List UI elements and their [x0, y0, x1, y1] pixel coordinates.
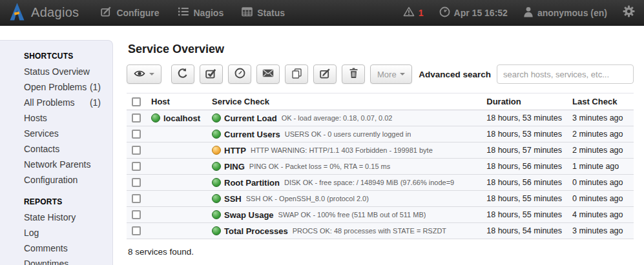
datetime-label: Apr 15 16:52 — [454, 8, 508, 18]
sidebar-item-network-parents[interactable]: Network Parents — [0, 157, 112, 172]
service-name[interactable]: Current Load — [224, 113, 277, 123]
service-detail: DISK OK - free space: / 148949 MiB (97.6… — [284, 179, 454, 186]
main-content: Service Overview — [127, 36, 634, 257]
service-detail: OK - load average: 0.18, 0.07, 0.02 — [282, 114, 393, 122]
service-name[interactable]: Total Processes — [224, 226, 288, 236]
sidebar-item-configuration[interactable]: Configuration — [0, 172, 112, 188]
search-input[interactable] — [497, 64, 634, 84]
row-checkbox[interactable] — [132, 146, 141, 155]
sidebar-item-services[interactable]: Services — [0, 126, 112, 141]
service-name[interactable]: Current Users — [224, 130, 280, 139]
menu-status[interactable]: Status — [242, 6, 285, 19]
service-name[interactable]: Root Partition — [224, 178, 280, 188]
delete-button[interactable] — [342, 64, 365, 84]
last-check-cell: 2 minutes ago — [567, 126, 634, 142]
service-detail: PING OK - Packet loss = 0%, RTA = 0.15 m… — [249, 162, 390, 170]
sidebar-item-log[interactable]: Log — [0, 225, 112, 240]
table-row: localhost Current LoadOK - load average:… — [127, 110, 634, 126]
row-checkbox[interactable] — [132, 178, 141, 187]
service-name[interactable]: PING — [224, 162, 245, 172]
sidebar-item-label: Downtimes — [24, 259, 68, 265]
table-row: SSHSSH OK - OpenSSH_8.0 (protocol 2.0) 1… — [127, 191, 634, 207]
service-name[interactable]: Swap Usage — [224, 210, 274, 220]
service-status-icon — [212, 226, 221, 235]
service-status-icon — [212, 113, 221, 123]
duration-cell: 18 hours, 56 minutes — [481, 159, 567, 175]
menu-nagios-label: Nagios — [194, 8, 224, 18]
table-row: Current UsersUSERS OK - 0 users currentl… — [127, 126, 634, 142]
reschedule-button[interactable] — [228, 64, 251, 84]
top-navbar: Adagios Configure Nagios Status 1 — [0, 0, 644, 26]
row-checkbox[interactable] — [132, 210, 141, 219]
service-name[interactable]: SSH — [224, 194, 242, 204]
table-row: HTTPHTTP WARNING: HTTP/1.1 403 Forbidden… — [127, 142, 634, 159]
copy-button[interactable] — [285, 64, 308, 84]
sidebar-item-status-overview[interactable]: Status Overview — [0, 64, 112, 79]
menu-configure[interactable]: Configure — [101, 6, 159, 19]
service-name[interactable]: HTTP — [224, 146, 246, 155]
sidebar-item-label: Configuration — [24, 175, 78, 185]
service-status-icon — [212, 146, 221, 155]
refresh-button[interactable] — [171, 64, 194, 84]
user-label: anonymous (en) — [537, 8, 607, 18]
sidebar-item-hosts[interactable]: Hosts — [0, 110, 112, 126]
row-checkbox[interactable] — [132, 162, 141, 171]
sidebar: SHORTCUTS Status Overview Open Problems(… — [0, 40, 113, 265]
row-checkbox[interactable] — [132, 113, 141, 123]
user-menu[interactable]: anonymous (en) — [523, 6, 607, 19]
service-table: Host Service Check Duration Last Check l… — [127, 93, 634, 239]
last-check-cell: 3 minutes ago — [567, 223, 634, 239]
navbar-menus: Configure Nagios Status — [101, 6, 285, 19]
results-count: 8 services found. — [128, 247, 634, 257]
sidebar-item-all-problems[interactable]: All Problems(1) — [0, 95, 112, 110]
envelope-icon — [262, 69, 274, 79]
sidebar-item-state-history[interactable]: State History — [0, 210, 112, 225]
last-check-cell: 2 minutes ago — [567, 142, 634, 159]
row-checkbox[interactable] — [132, 130, 141, 139]
sidebar-item-label: Open Problems — [24, 82, 87, 92]
last-check-cell: 0 minutes ago — [567, 191, 634, 207]
warning-triangle-icon — [403, 6, 415, 19]
chevron-down-icon — [400, 73, 405, 75]
acknowledge-button[interactable] — [200, 64, 223, 84]
sidebar-item-label: Hosts — [24, 113, 47, 123]
menu-nagios[interactable]: Nagios — [178, 6, 224, 19]
view-dropdown-button[interactable] — [127, 64, 161, 84]
toolbar: More Advanced search — [127, 64, 634, 84]
sidebar-item-contacts[interactable]: Contacts — [0, 141, 112, 157]
page-title: Service Overview — [128, 43, 634, 56]
duration-cell: 18 hours, 54 minutes — [481, 223, 567, 239]
brand[interactable]: Adagios — [9, 3, 79, 23]
notify-button[interactable] — [256, 64, 280, 84]
service-status-icon — [212, 194, 221, 203]
service-status-icon — [212, 178, 221, 187]
duration-cell: 18 hours, 55 minutes — [481, 191, 567, 207]
gear-icon — [623, 5, 635, 20]
pencil-square-icon — [101, 6, 112, 19]
clock-icon — [234, 68, 245, 81]
sidebar-item-downtimes[interactable]: Downtimes — [0, 256, 112, 265]
alerts-indicator[interactable]: 1 — [403, 6, 424, 19]
sidebar-item-open-problems[interactable]: Open Problems(1) — [0, 79, 112, 95]
sidebar-item-comments[interactable]: Comments — [0, 240, 112, 256]
brand-name: Adagios — [31, 5, 79, 20]
menu-configure-label: Configure — [116, 8, 159, 18]
more-button[interactable]: More — [370, 64, 412, 84]
header-last-check: Last Check — [567, 93, 634, 110]
navbar-right: 1 Apr 15 16:52 anonymous (en) — [403, 5, 635, 20]
duration-cell: 18 hours, 53 minutes — [481, 110, 567, 126]
sidebar-section-shortcuts: SHORTCUTS — [0, 48, 112, 64]
host-status-icon — [151, 113, 160, 123]
settings-button[interactable] — [623, 5, 635, 20]
datetime-indicator[interactable]: Apr 15 16:52 — [439, 6, 508, 19]
table-row: Root PartitionDISK OK - free space: / 14… — [127, 175, 634, 191]
select-all-checkbox[interactable] — [132, 97, 141, 106]
service-status-icon — [212, 210, 221, 219]
duration-cell: 18 hours, 55 minutes — [481, 207, 567, 223]
sidebar-item-label: State History — [24, 212, 76, 222]
row-checkbox[interactable] — [132, 226, 141, 235]
row-checkbox[interactable] — [132, 194, 141, 203]
host-name[interactable]: localhost — [163, 113, 200, 123]
header-service-check: Service Check — [207, 93, 481, 110]
edit-button[interactable] — [313, 64, 337, 84]
